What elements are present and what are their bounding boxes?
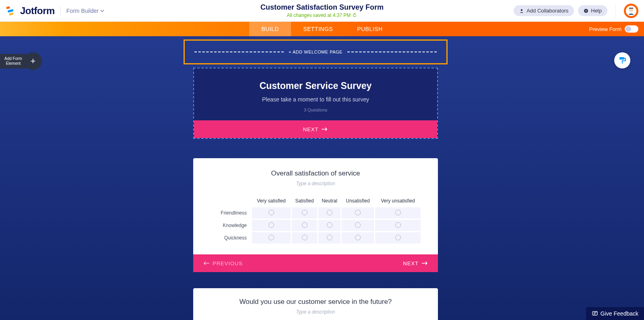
jotform-logo-icon — [6, 5, 17, 17]
matrix-col-header: Neutral — [318, 196, 340, 206]
next-button[interactable]: NEXT — [293, 126, 338, 132]
matrix-cell[interactable] — [292, 232, 318, 244]
radio-icon — [268, 210, 274, 215]
question-title[interactable]: Overall satisfaction of service — [209, 169, 422, 178]
radio-icon — [302, 222, 308, 228]
radio-icon — [395, 222, 401, 228]
radio-icon — [327, 210, 332, 215]
matrix-cell[interactable] — [292, 207, 318, 219]
avatar[interactable] — [624, 4, 638, 18]
survey-question-count: 3 Questions — [202, 107, 429, 112]
matrix-cell[interactable] — [252, 220, 291, 231]
radio-icon — [327, 222, 332, 228]
matrix-cell[interactable] — [375, 207, 421, 219]
tab-publish[interactable]: PUBLISH — [345, 22, 394, 36]
survey-title[interactable]: Customer Service Survey — [202, 81, 429, 91]
matrix-col-header: Very unsatisfied — [375, 196, 421, 206]
matrix-col-header: Satisfied — [292, 196, 318, 206]
chevron-down-icon — [100, 9, 104, 13]
matrix-cell[interactable] — [252, 207, 291, 219]
arrow-right-icon — [322, 127, 328, 132]
plus-icon: + — [24, 52, 42, 70]
arrow-left-icon — [203, 261, 209, 266]
next-button[interactable]: NEXT — [393, 260, 438, 266]
matrix-col-header: Very satisfied — [252, 196, 291, 206]
add-welcome-page-slot[interactable]: + ADD WELCOME PAGE — [184, 39, 448, 64]
matrix-cell[interactable] — [342, 207, 374, 219]
feedback-icon — [592, 310, 598, 317]
matrix-row-label: Friendliness — [211, 207, 251, 219]
radio-icon — [302, 235, 308, 240]
svg-rect-10 — [592, 312, 597, 315]
form-builder-label: Form Builder — [66, 8, 99, 14]
header-center: Customer Satisfaction Survey Form All ch… — [260, 3, 384, 18]
matrix-cell[interactable] — [375, 232, 421, 244]
header-right-actions: Add Collaborators ? Help — [514, 4, 638, 18]
form-designer-button[interactable] — [614, 52, 630, 68]
matrix-cell[interactable] — [318, 207, 340, 219]
card-nav-bar: PREVIOUS NEXT — [193, 254, 438, 272]
radio-icon — [355, 235, 361, 240]
add-welcome-page-label: + ADD WELCOME PAGE — [289, 50, 343, 54]
radio-icon — [327, 235, 332, 240]
form-builder-dropdown[interactable]: Form Builder — [66, 8, 104, 14]
matrix-row-label: Knowledge — [211, 220, 251, 231]
refresh-icon — [352, 13, 357, 18]
matrix-cell[interactable] — [292, 220, 318, 231]
tab-build[interactable]: BUILD — [249, 22, 291, 36]
svg-rect-1 — [8, 9, 14, 12]
radio-icon — [268, 222, 274, 228]
matrix-col-header: Unsatisfied — [342, 196, 374, 206]
welcome-card[interactable]: Customer Service Survey Please take a mo… — [193, 68, 438, 139]
arrow-right-icon — [422, 261, 428, 266]
matrix-card[interactable]: Overall satisfaction of service Type a d… — [193, 158, 438, 272]
radio-icon — [302, 210, 308, 215]
radio-icon — [355, 222, 361, 228]
matrix-cell[interactable] — [342, 220, 374, 231]
divider — [615, 4, 616, 18]
tabs: BUILD SETTINGS PUBLISH — [249, 22, 394, 36]
tab-settings[interactable]: SETTINGS — [291, 22, 345, 36]
previous-button[interactable]: PREVIOUS — [193, 260, 252, 266]
dashed-line — [347, 52, 437, 52]
question-description-placeholder[interactable]: Type a description — [209, 181, 422, 186]
tab-bar: BUILD SETTINGS PUBLISH Preview Form — [0, 22, 644, 36]
svg-rect-0 — [6, 6, 10, 9]
form-column: + ADD WELCOME PAGE Customer Service Surv… — [184, 39, 448, 320]
question-description-placeholder[interactable]: Type a description — [209, 309, 422, 315]
matrix-row-label: Quickness — [211, 232, 251, 244]
help-button[interactable]: ? Help — [578, 5, 607, 16]
radio-icon — [268, 235, 274, 240]
question-card[interactable]: Would you use our customer service in th… — [193, 288, 438, 320]
preview-form-toggle[interactable]: Preview Form — [589, 25, 638, 33]
give-feedback-button[interactable]: Give Feedback — [586, 307, 644, 320]
matrix-cell[interactable] — [342, 232, 374, 244]
matrix-table: Very satisfied Satisfied Neutral Unsatis… — [209, 194, 422, 245]
matrix-cell[interactable] — [252, 232, 291, 244]
survey-subtitle[interactable]: Please take a moment to fill out this su… — [202, 96, 429, 103]
matrix-cell[interactable] — [375, 220, 421, 231]
logo-block[interactable]: Jotform — [6, 5, 55, 17]
page-title: Customer Satisfaction Survey Form — [260, 3, 384, 12]
user-icon — [519, 8, 524, 13]
radio-icon — [395, 210, 401, 215]
question-title[interactable]: Would you use our customer service in th… — [209, 298, 422, 306]
matrix-cell[interactable] — [318, 232, 340, 244]
svg-rect-2 — [9, 12, 14, 15]
toggle-knob — [625, 26, 631, 32]
svg-rect-9 — [619, 57, 624, 60]
svg-point-3 — [521, 9, 522, 10]
dashed-line — [194, 52, 284, 52]
svg-text:?: ? — [585, 9, 587, 13]
svg-rect-8 — [629, 8, 634, 9]
add-collaborators-button[interactable]: Add Collaborators — [514, 5, 574, 16]
add-form-element[interactable]: Add Form Element + — [0, 52, 42, 70]
toggle-switch[interactable] — [625, 25, 638, 33]
top-bar: Jotform Form Builder Customer Satisfacti… — [0, 0, 644, 22]
radio-icon — [395, 235, 401, 240]
save-status: All changes saved at 4:37 PM — [260, 12, 384, 18]
canvas: Add Form Element + + ADD WELCOME PAGE Cu… — [0, 36, 644, 320]
card-nav-bar: NEXT — [194, 120, 437, 138]
avatar-icon — [625, 5, 637, 17]
matrix-cell[interactable] — [318, 220, 340, 231]
